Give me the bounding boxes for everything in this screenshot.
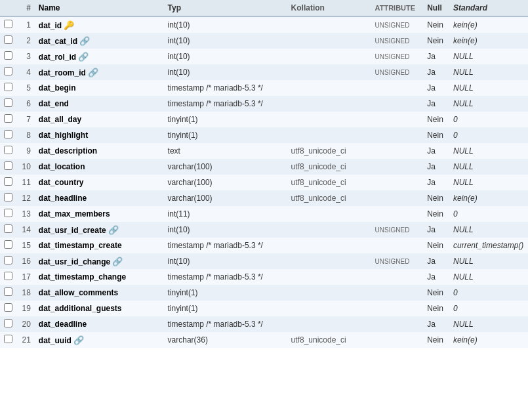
row-attribute: UNSIGNED: [371, 33, 424, 49]
row-checkbox[interactable]: [4, 98, 12, 107]
row-standard: current_timestamp(): [449, 238, 528, 253]
row-null: Ja: [423, 49, 449, 64]
row-kollation: [287, 206, 371, 222]
database-table: # Name Typ Kollation Attribute Null Stan…: [0, 0, 528, 348]
row-typ: tinyint(1): [164, 127, 287, 143]
row-null: Nein: [423, 112, 449, 127]
row-number: 1: [16, 16, 35, 33]
row-checkbox[interactable]: [4, 256, 12, 264]
row-null: Nein: [423, 206, 449, 222]
row-kollation: [287, 80, 371, 96]
header-attribute: Attribute: [371, 0, 424, 16]
row-checkbox[interactable]: [4, 272, 12, 280]
row-checkbox-cell: [0, 112, 16, 127]
row-number: 6: [16, 96, 35, 112]
table-row: 9dat_descriptiontextutf8_unicode_ciJaNUL…: [0, 143, 528, 159]
row-field-name: dat_begin: [35, 80, 164, 96]
row-null: Ja: [423, 316, 449, 332]
row-typ: timestamp /* mariadb-5.3 */: [164, 80, 287, 96]
row-null: Nein: [423, 238, 449, 253]
table-row: 10dat_locationvarchar(100)utf8_unicode_c…: [0, 159, 528, 175]
row-attribute: [371, 127, 424, 143]
row-number: 18: [16, 285, 35, 301]
row-checkbox[interactable]: [4, 67, 12, 75]
row-typ: int(10): [164, 49, 287, 64]
row-typ: varchar(36): [164, 332, 287, 348]
row-standard: kein(e): [449, 16, 528, 33]
row-checkbox[interactable]: [4, 319, 12, 327]
row-checkbox-cell: [0, 301, 16, 316]
row-checkbox[interactable]: [4, 83, 12, 91]
row-kollation: utf8_unicode_ci: [287, 190, 371, 206]
row-checkbox[interactable]: [4, 240, 12, 249]
header-num: #: [16, 0, 35, 16]
row-field-name: dat_allow_comments: [35, 285, 164, 301]
row-checkbox[interactable]: [4, 114, 12, 123]
row-number: 9: [16, 143, 35, 159]
row-attribute: UNSIGNED: [371, 16, 424, 33]
row-checkbox[interactable]: [4, 35, 12, 44]
row-typ: varchar(100): [164, 190, 287, 206]
row-typ: tinyint(1): [164, 285, 287, 301]
table-row: 8dat_highlighttinyint(1)Nein0: [0, 127, 528, 143]
row-typ: tinyint(1): [164, 112, 287, 127]
row-checkbox-cell: [0, 222, 16, 238]
row-typ: text: [164, 143, 287, 159]
row-kollation: [287, 96, 371, 112]
row-checkbox[interactable]: [4, 224, 12, 233]
row-checkbox-cell: [0, 49, 16, 64]
row-standard: NULL: [449, 96, 528, 112]
row-checkbox[interactable]: [4, 335, 12, 343]
row-standard: kein(e): [449, 190, 528, 206]
row-checkbox-cell: [0, 206, 16, 222]
header-name: Name: [35, 0, 164, 16]
row-attribute: UNSIGNED: [371, 49, 424, 64]
table-row: 2dat_cat_id 🔗int(10)UNSIGNEDNeinkein(e): [0, 33, 528, 49]
row-checkbox[interactable]: [4, 303, 12, 312]
row-attribute: [371, 159, 424, 175]
row-checkbox[interactable]: [4, 161, 12, 170]
row-null: Nein: [423, 332, 449, 348]
row-typ: timestamp /* mariadb-5.3 */: [164, 269, 287, 285]
row-number: 10: [16, 159, 35, 175]
row-kollation: [287, 253, 371, 269]
row-checkbox-cell: [0, 80, 16, 96]
row-standard: NULL: [449, 64, 528, 80]
row-kollation: utf8_unicode_ci: [287, 175, 371, 190]
row-kollation: [287, 222, 371, 238]
row-checkbox[interactable]: [4, 20, 12, 28]
row-attribute: UNSIGNED: [371, 253, 424, 269]
row-kollation: [287, 301, 371, 316]
row-kollation: utf8_unicode_ci: [287, 159, 371, 175]
row-checkbox[interactable]: [4, 177, 12, 186]
row-attribute: [371, 316, 424, 332]
row-checkbox[interactable]: [4, 209, 12, 217]
row-null: Nein: [423, 285, 449, 301]
row-checkbox-cell: [0, 16, 16, 33]
row-null: Nein: [423, 190, 449, 206]
row-standard: NULL: [449, 222, 528, 238]
row-attribute: [371, 285, 424, 301]
row-kollation: [287, 238, 371, 253]
table-header-row: # Name Typ Kollation Attribute Null Stan…: [0, 0, 528, 16]
table-row: 19dat_additional_gueststinyint(1)Nein0: [0, 301, 528, 316]
table-row: 20dat_deadlinetimestamp /* mariadb-5.3 *…: [0, 316, 528, 332]
row-null: Nein: [423, 33, 449, 49]
row-kollation: [287, 64, 371, 80]
row-checkbox[interactable]: [4, 51, 12, 60]
row-null: Ja: [423, 253, 449, 269]
row-checkbox[interactable]: [4, 146, 12, 154]
row-checkbox[interactable]: [4, 287, 12, 296]
foreign-key-icon: 🔗: [73, 335, 84, 345]
row-checkbox[interactable]: [4, 130, 12, 138]
row-checkbox-cell: [0, 190, 16, 206]
primary-key-icon: 🔑: [64, 20, 74, 30]
row-standard: 0: [449, 127, 528, 143]
row-field-name: dat_usr_id_create 🔗: [35, 222, 164, 238]
row-field-name: dat_timestamp_change: [35, 269, 164, 285]
row-checkbox[interactable]: [4, 193, 12, 201]
row-checkbox-cell: [0, 316, 16, 332]
row-field-name: dat_rol_id 🔗: [35, 49, 164, 64]
row-standard: 0: [449, 285, 528, 301]
row-standard: 0: [449, 112, 528, 127]
